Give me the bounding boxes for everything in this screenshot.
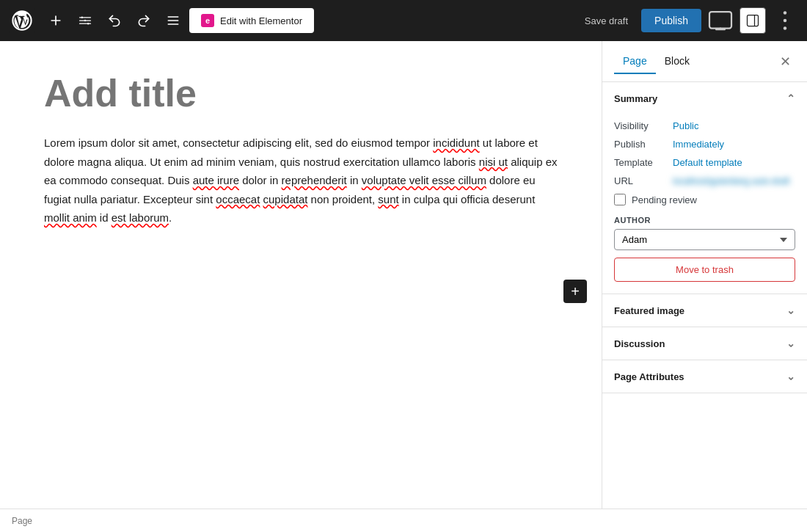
summary-section-body: Visibility Public Publish Immediately Te…: [602, 114, 807, 294]
post-content[interactable]: Lorem ipsum dolor sit amet, consectetur …: [44, 134, 558, 227]
discussion-label: Discussion: [614, 338, 665, 349]
toolbar-right: Save draft Publish: [577, 7, 798, 34]
summary-section: Summary ⌃ Visibility Public Publish Imme…: [602, 82, 807, 294]
visibility-row: Visibility Public: [614, 120, 795, 131]
template-label: Template: [614, 157, 673, 168]
author-section: AUTHOR Adam: [614, 216, 795, 250]
page-attributes-chevron-icon: ⌄: [786, 371, 795, 382]
publish-row: Publish Immediately: [614, 139, 795, 150]
summary-chevron-icon: ⌃: [786, 92, 795, 104]
url-row: URL localhost/gutenberg auto-draft: [614, 175, 795, 186]
publish-button[interactable]: Publish: [641, 9, 701, 32]
featured-image-section: Featured image ⌄: [602, 294, 807, 327]
pending-review-row: Pending review: [614, 194, 795, 205]
add-block-button[interactable]: [43, 7, 69, 34]
sidebar: Page Block ✕ Summary ⌃ Visibility Public…: [602, 41, 807, 509]
edit-elementor-button[interactable]: e Edit with Elementor: [189, 8, 314, 33]
svg-rect-8: [748, 15, 759, 26]
wp-logo-button[interactable]: [9, 7, 35, 34]
discussion-chevron-icon: ⌄: [786, 338, 795, 349]
sidebar-header: Page Block ✕: [602, 41, 807, 82]
add-block-floating-button[interactable]: +: [563, 280, 587, 303]
page-tab[interactable]: Page: [614, 49, 656, 74]
undo-button[interactable]: [101, 7, 128, 34]
elementor-icon: e: [201, 14, 214, 27]
svg-point-2: [84, 20, 87, 22]
visibility-value[interactable]: Public: [673, 120, 698, 131]
move-to-trash-button[interactable]: Move to trash: [614, 258, 795, 282]
svg-rect-6: [168, 23, 179, 25]
main-area: Add title Lorem ipsum dolor sit amet, co…: [0, 41, 807, 509]
redo-button[interactable]: [131, 7, 157, 34]
svg-point-1: [81, 17, 84, 19]
template-value[interactable]: Default template: [673, 157, 742, 168]
publish-row-label: Publish: [614, 139, 673, 150]
list-view-button[interactable]: [160, 7, 186, 34]
page-attributes-label: Page Attributes: [614, 371, 684, 382]
summary-label: Summary: [614, 93, 657, 104]
url-label: URL: [614, 175, 673, 186]
sidebar-toggle-button[interactable]: [740, 7, 766, 34]
page-attributes-section: Page Attributes ⌄: [602, 360, 807, 393]
svg-point-11: [784, 26, 787, 30]
svg-rect-7: [709, 12, 731, 29]
svg-rect-4: [168, 16, 179, 18]
tools-button[interactable]: [72, 7, 98, 34]
featured-image-header[interactable]: Featured image ⌄: [602, 294, 807, 327]
status-bar-page-label: Page: [12, 516, 32, 526]
post-title[interactable]: Add title: [44, 70, 558, 116]
template-row: Template Default template: [614, 157, 795, 168]
visibility-label: Visibility: [614, 120, 673, 131]
toolbar: e Edit with Elementor Save draft Publish: [0, 0, 807, 41]
svg-point-9: [784, 11, 787, 15]
preview-button[interactable]: [707, 7, 734, 34]
discussion-header[interactable]: Discussion ⌄: [602, 327, 807, 360]
pending-review-label[interactable]: Pending review: [632, 194, 697, 205]
author-label: AUTHOR: [614, 216, 795, 225]
edit-elementor-label: Edit with Elementor: [220, 15, 302, 26]
summary-section-header[interactable]: Summary ⌃: [602, 82, 807, 114]
status-bar: Page: [0, 509, 807, 532]
featured-image-chevron-icon: ⌄: [786, 305, 795, 316]
discussion-section: Discussion ⌄: [602, 327, 807, 360]
sidebar-close-button[interactable]: ✕: [775, 51, 795, 72]
svg-rect-5: [168, 20, 179, 21]
publish-row-value[interactable]: Immediately: [673, 139, 724, 150]
save-draft-button[interactable]: Save draft: [577, 11, 635, 31]
svg-point-3: [87, 23, 90, 25]
pending-review-checkbox[interactable]: [614, 194, 626, 205]
block-tab[interactable]: Block: [656, 49, 698, 74]
featured-image-label: Featured image: [614, 305, 684, 316]
more-options-button[interactable]: [772, 7, 798, 34]
author-select[interactable]: Adam: [614, 229, 795, 250]
page-attributes-header[interactable]: Page Attributes ⌄: [602, 360, 807, 393]
svg-point-10: [784, 19, 787, 23]
editor-area: Add title Lorem ipsum dolor sit amet, co…: [0, 41, 602, 509]
url-value[interactable]: localhost/gutenberg auto-draft: [673, 176, 789, 186]
